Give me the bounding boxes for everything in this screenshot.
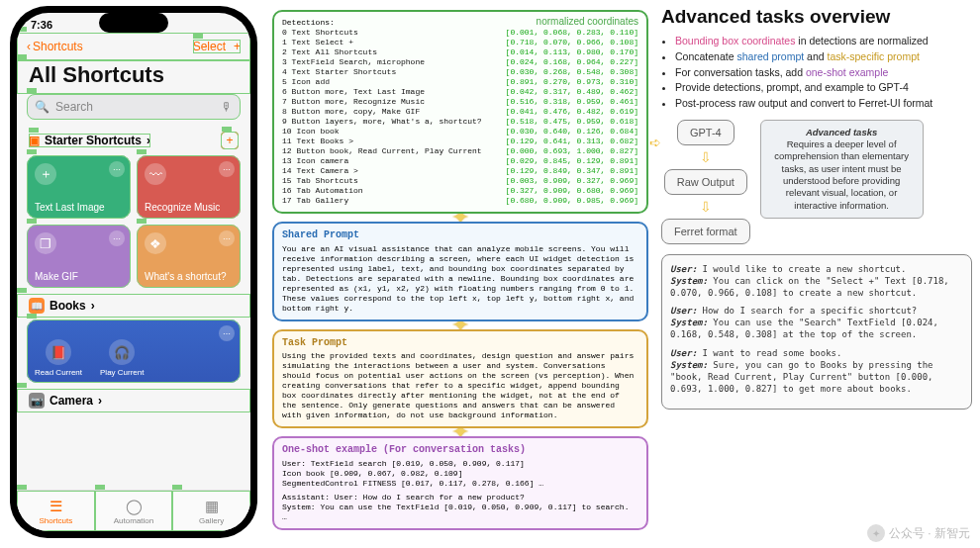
detection-label: 16 Tab Automation (282, 186, 506, 196)
bullet-item: Provide detections, prompt, and example … (675, 80, 972, 96)
detection-row: 14 Text Camera >[0.129, 0.849, 0.347, 0.… (282, 166, 638, 176)
task-title: Task Prompt (282, 337, 638, 350)
back-button[interactable]: ‹ Shortcuts (27, 40, 83, 53)
conversation-example: User: I would like to create a new short… (661, 254, 972, 410)
detection-label: 17 Tab Gallery (282, 196, 506, 206)
adv-body: Requires a deeper level of comprehension… (774, 138, 909, 211)
search-icon: 🔍 (35, 100, 49, 114)
detection-row: 5 Icon add[0.891, 0.270, 0.973, 0.310] (282, 77, 638, 87)
detection-row: 7 Button more, Recognize Music[0.516, 0.… (282, 97, 638, 107)
detection-row: 0 Text Shortcuts[0.001, 0.068, 0.283, 0.… (282, 28, 638, 38)
stack-icon: ☰ (49, 498, 62, 515)
detection-label: 9 Button layers, more, What's a, shortcu… (282, 117, 506, 127)
card-label: Text Last Image (35, 202, 123, 213)
detection-coords: [0.718, 0.070, 0.966, 0.108] (506, 38, 638, 47)
detection-label: 8 Button more, copy, Make GIF (282, 107, 506, 117)
starter-label: Starter Shortcuts (45, 134, 142, 147)
automation-icon: ◯ (126, 498, 143, 515)
normalized-label: normalized coordinates (537, 16, 638, 29)
folder-icon: ▣ (29, 134, 40, 147)
more-icon[interactable]: ⋯ (219, 325, 235, 341)
detection-row: 11 Text Books >[0.129, 0.641, 0.313, 0.6… (282, 137, 638, 146)
oneshot-panel: One-shot example (For conversation tasks… (272, 436, 648, 530)
detection-row: 15 Tab Shortcuts[0.003, 0.909, 0.327, 0.… (282, 176, 638, 186)
detection-row: 13 Icon camera[0.029, 0.845, 0.129, 0.89… (282, 156, 638, 166)
tab-automation[interactable]: ◯ Automation (95, 491, 173, 531)
convo-turn: User: I would like to create a new short… (670, 263, 963, 299)
search-field[interactable]: 🔍 Search 🎙 (27, 94, 241, 120)
select-button[interactable]: Select (193, 40, 226, 53)
detection-coords: [0.042, 0.317, 0.489, 0.462] (506, 87, 638, 97)
add-shortcut-button[interactable]: + (234, 40, 241, 53)
detection-coords: [0.680, 0.909, 0.985, 0.969] (506, 196, 638, 206)
detection-coords: [0.029, 0.845, 0.129, 0.891] (506, 156, 638, 166)
detection-label: 13 Icon camera (282, 156, 506, 166)
read-current-label: Read Current (35, 368, 82, 377)
chevron-left-icon: ‹ (27, 40, 31, 53)
detection-row: 10 Icon book[0.030, 0.640, 0.126, 0.684] (282, 127, 638, 137)
watermark-text: 公众号 · 新智元 (889, 525, 970, 542)
more-icon[interactable]: ⋯ (109, 230, 125, 246)
card-recognize-music[interactable]: 〰 ⋯ Recognize Music (137, 155, 241, 219)
chevron-right-icon: › (98, 394, 102, 408)
bullet-item: Bounding box coordinates in detections a… (675, 34, 972, 49)
oneshot-l1: User: TextField search [0.019, 0.050, 0.… (282, 459, 638, 469)
card-whats-shortcut[interactable]: ❖ ⋯ What's a shortcut? (137, 225, 241, 288)
convo-turn: User: How do I search for a specific sho… (670, 305, 963, 340)
wechat-icon: ✦ (867, 524, 885, 542)
card-books-actions[interactable]: ⋯ 📕 Read Current 🎧 Play Current (27, 320, 241, 383)
detection-coords: [0.518, 0.475, 0.959, 0.618] (506, 117, 638, 127)
detection-label: 5 Icon add (282, 77, 506, 87)
flow-ferret: Ferret format (661, 219, 750, 244)
status-time: 7:36 (31, 19, 52, 31)
more-icon[interactable]: ⋯ (219, 161, 235, 177)
tab-gallery[interactable]: ▦ Gallery (172, 491, 250, 531)
detection-coords: [0.014, 0.113, 0.980, 0.170] (506, 47, 638, 57)
tab-shortcuts[interactable]: ☰ Shortcuts (17, 491, 95, 531)
oneshot-l5: System: You can use the TextField [0.019… (282, 502, 638, 522)
detection-coords: [0.041, 0.476, 0.482, 0.619] (506, 107, 638, 117)
books-label: Books (49, 299, 86, 313)
page-title: All Shortcuts (17, 60, 250, 94)
flow-gpt4: GPT-4 (677, 120, 735, 145)
bullet-item: Post-process raw output and convert to F… (675, 96, 972, 112)
tab-label: Gallery (199, 516, 224, 525)
card-make-gif[interactable]: ❐ ⋯ Make GIF (27, 225, 131, 288)
detection-row: 9 Button layers, more, What's a, shortcu… (282, 117, 638, 127)
layers-icon: ❖ (145, 232, 166, 254)
overview-title: Advanced tasks overview (661, 6, 972, 28)
overview-bullets: Bounding box coordinates in detections a… (661, 34, 972, 112)
starter-label-group[interactable]: ▣ Starter Shortcuts › (29, 134, 150, 147)
microphone-icon[interactable]: 🎙 (221, 100, 233, 114)
detection-row: 2 Text All Shortcuts[0.014, 0.113, 0.980… (282, 47, 638, 57)
camera-header[interactable]: 📷 Camera › (17, 389, 250, 412)
add-starter-button[interactable]: + (221, 132, 239, 149)
more-icon[interactable]: ⋯ (109, 161, 125, 177)
tab-label: Automation (114, 516, 153, 525)
card-text-last-image[interactable]: ＋ ⋯ Text Last Image (27, 155, 131, 219)
advanced-tasks-box: Advanced tasks Requires a deeper level o… (760, 120, 924, 219)
flow-raw: Raw Output (664, 169, 747, 195)
books-header[interactable]: 📖 Books › (17, 294, 250, 318)
detections-panel: normalized coordinates Detections: 0 Tex… (272, 10, 648, 214)
task-prompt-panel: Task Prompt Using the provided texts and… (272, 329, 648, 429)
detection-coords: [0.327, 0.909, 0.680, 0.969] (506, 186, 638, 196)
chevron-right-icon: › (147, 134, 150, 147)
oneshot-l4: Assistant: User: How do I search for a n… (282, 493, 638, 502)
arrow-down-icon: ⇩ (700, 199, 712, 215)
play-current-action[interactable]: 🎧 Play Current (100, 339, 144, 377)
select-plus-group: Select + (193, 40, 241, 53)
read-current-action[interactable]: 📕 Read Current (35, 339, 82, 377)
detection-row: 12 Button book, Read Current, Play Curre… (282, 146, 638, 156)
phone-mockup: 7:36 📶 📡 🔋 ‹ Shortcuts Select + All Shor… (10, 6, 257, 538)
detection-label: 15 Tab Shortcuts (282, 176, 506, 186)
shared-body: You are an AI visual assistance that can… (282, 244, 638, 314)
detection-coords: [0.030, 0.640, 0.126, 0.684] (506, 127, 638, 137)
oneshot-title: One-shot example (For conversation tasks… (282, 444, 638, 457)
tab-bar: ☰ Shortcuts ◯ Automation ▦ Gallery (17, 490, 250, 531)
gallery-icon: ▦ (205, 498, 219, 515)
more-icon[interactable]: ⋯ (219, 230, 235, 246)
detection-label: 12 Button book, Read Current, Play Curre… (282, 146, 506, 156)
detection-row: 17 Tab Gallery[0.680, 0.909, 0.985, 0.96… (282, 196, 638, 206)
flow-diagram: GPT-4 ⇩ Raw Output ⇩ Ferret format Advan… (661, 120, 972, 244)
